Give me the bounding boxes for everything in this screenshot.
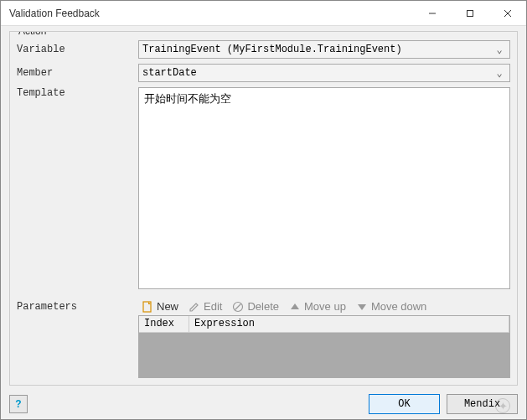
- cancel-button[interactable]: Mendix: [447, 394, 518, 414]
- parameters-grid[interactable]: Index Expression: [138, 315, 510, 378]
- moveup-icon: [289, 301, 301, 313]
- movedown-icon: [356, 301, 368, 313]
- variable-combo[interactable]: TrainingEvent (MyFirstModule.TrainingEve…: [138, 40, 510, 59]
- edit-label: Edit: [204, 300, 222, 313]
- member-combo[interactable]: startDate ⌄: [138, 64, 510, 82]
- movedown-label: Move down: [371, 300, 426, 313]
- action-legend: Action: [15, 31, 49, 37]
- template-label: Template: [17, 87, 138, 289]
- chevron-down-icon: ⌄: [493, 67, 506, 80]
- help-button[interactable]: ?: [9, 395, 28, 413]
- new-icon: [142, 301, 153, 313]
- svg-line-6: [235, 303, 241, 309]
- member-label: Member: [17, 67, 138, 79]
- variable-label: Variable: [17, 44, 138, 55]
- ok-button[interactable]: OK: [369, 394, 440, 414]
- parameters-label: Parameters: [17, 298, 138, 378]
- maximize-button[interactable]: [451, 1, 488, 26]
- dialog-window: Validation Feedback Action Variable Trai…: [0, 0, 527, 420]
- movedown-button[interactable]: Move down: [356, 300, 426, 313]
- edit-icon: [189, 301, 200, 313]
- member-row: Member startDate ⌄: [17, 64, 510, 82]
- grid-col-index[interactable]: Index: [139, 316, 189, 332]
- variable-value: TrainingEvent (MyFirstModule.TrainingEve…: [142, 44, 493, 55]
- close-button[interactable]: [488, 1, 526, 26]
- new-button[interactable]: New: [142, 300, 178, 313]
- grid-header: Index Expression: [139, 316, 509, 333]
- help-icon: ?: [15, 398, 21, 410]
- parameters-toolbar: New Edit Delete: [138, 298, 510, 315]
- parameters-section: Parameters New Edit: [17, 298, 510, 378]
- chevron-down-icon: ⌄: [493, 44, 506, 56]
- variable-row: Variable TrainingEvent (MyFirstModule.Tr…: [17, 40, 510, 59]
- member-value: startDate: [142, 67, 493, 79]
- delete-label: Delete: [247, 300, 279, 313]
- grid-body: [139, 333, 509, 378]
- dialog-footer: ? OK Mendix: [1, 389, 526, 419]
- dialog-content: Action Variable TrainingEvent (MyFirstMo…: [1, 26, 526, 389]
- grid-col-expression[interactable]: Expression: [189, 316, 509, 332]
- maximize-icon: [466, 9, 474, 18]
- titlebar: Validation Feedback: [1, 1, 526, 26]
- template-textarea[interactable]: [138, 87, 510, 289]
- delete-icon: [232, 301, 244, 313]
- close-icon: [504, 9, 512, 18]
- delete-button[interactable]: Delete: [232, 300, 279, 313]
- window-title: Validation Feedback: [9, 8, 413, 19]
- svg-rect-1: [467, 10, 473, 16]
- moveup-button[interactable]: Move up: [289, 300, 346, 313]
- action-fieldset: Action Variable TrainingEvent (MyFirstMo…: [9, 31, 518, 386]
- edit-button[interactable]: Edit: [189, 300, 222, 313]
- cancel-label: Mendix: [464, 398, 500, 410]
- ok-label: OK: [398, 398, 410, 410]
- moveup-label: Move up: [304, 300, 346, 313]
- template-row: Template: [17, 87, 510, 289]
- minimize-icon: [428, 9, 437, 18]
- minimize-button[interactable]: [413, 1, 451, 26]
- new-label: New: [157, 300, 178, 313]
